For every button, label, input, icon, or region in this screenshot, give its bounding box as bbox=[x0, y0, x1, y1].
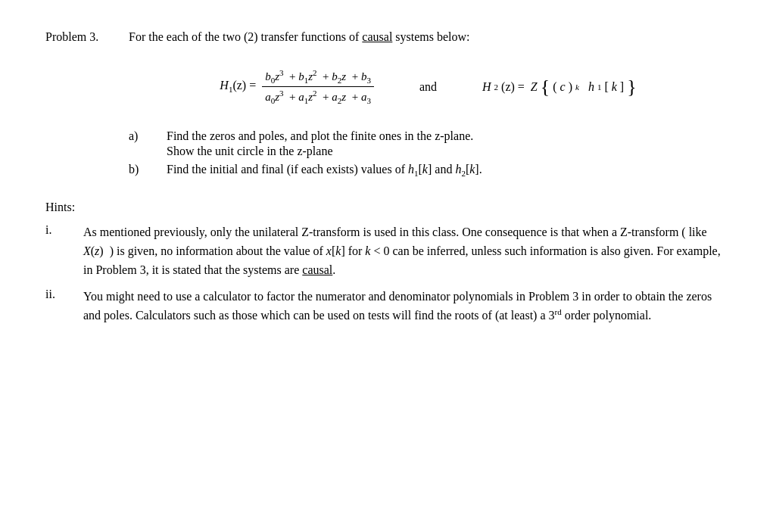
causal-word: causal bbox=[362, 30, 392, 43]
and-conjunction: and bbox=[419, 80, 437, 94]
part-a-line1: Find the zeros and poles, and plot the f… bbox=[167, 129, 473, 142]
problem-header: Problem 3. For the each of the two (2) t… bbox=[45, 30, 728, 44]
h1-denominator: a0z3 + a1z2 + a2z + a3 bbox=[262, 87, 374, 107]
part-a-label: a) bbox=[129, 129, 167, 143]
hint-2: ii. You might need to use a calculator t… bbox=[45, 288, 728, 326]
h1-equation: H1(z) = b0z3 + b1z2 + b2z + b3 a0z3 + a1… bbox=[220, 67, 374, 107]
right-brace: } bbox=[627, 77, 636, 97]
problem-number: Problem 3. bbox=[45, 30, 98, 43]
hint-2-number: ii. bbox=[45, 288, 83, 301]
hint-1-number: i. bbox=[45, 223, 83, 237]
problem-intro: For the each of the two (2) transfer fun… bbox=[129, 30, 728, 44]
part-a: a) Find the zeros and poles, and plot th… bbox=[129, 129, 728, 158]
h2-equation: H2(z) = Z { (c)k h1[k] } bbox=[482, 77, 637, 97]
problem-label: Problem 3. bbox=[45, 30, 129, 44]
h1-label: H1(z) = bbox=[220, 79, 256, 94]
intro-text: For the each of the two (2) transfer fun… bbox=[129, 30, 359, 43]
part-a-content: Find the zeros and poles, and plot the f… bbox=[167, 129, 728, 158]
part-b: b) Find the initial and final (if each e… bbox=[129, 163, 728, 178]
h1-fraction: b0z3 + b1z2 + b2z + b3 a0z3 + a1z2 + a2z… bbox=[262, 67, 374, 107]
hint-1-text: As mentioned previously, only the unilat… bbox=[83, 223, 728, 279]
hints-section: Hints: i. As mentioned previously, only … bbox=[45, 201, 728, 325]
hints-title: Hints: bbox=[45, 201, 728, 214]
hint-2-text: You might need to use a calculator to fa… bbox=[83, 288, 728, 326]
intro2-text: systems below: bbox=[395, 30, 469, 43]
part-b-content: Find the initial and final (if each exis… bbox=[167, 163, 728, 178]
left-brace: { bbox=[541, 77, 550, 97]
equation-block: H1(z) = b0z3 + b1z2 + b2z + b3 a0z3 + a1… bbox=[129, 67, 728, 107]
part-b-label: b) bbox=[129, 163, 167, 176]
hint-1: i. As mentioned previously, only the uni… bbox=[45, 223, 728, 279]
parts-section: a) Find the zeros and poles, and plot th… bbox=[129, 129, 728, 178]
part-a-line2: Show the unit circle in the z-plane bbox=[167, 145, 728, 158]
h1-numerator: b0z3 + b1z2 + b2z + b3 bbox=[262, 67, 374, 87]
